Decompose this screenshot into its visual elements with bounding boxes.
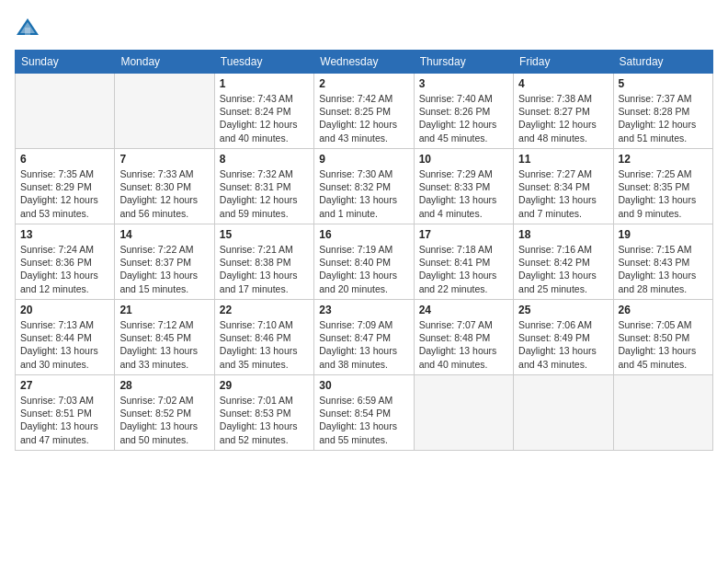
day-info: Sunrise: 7:02 AMSunset: 8:52 PMDaylight:…	[119, 394, 209, 446]
day-info: Sunrise: 7:29 AMSunset: 8:33 PMDaylight:…	[419, 167, 508, 220]
day-info: Sunrise: 7:15 AMSunset: 8:43 PMDaylight:…	[619, 243, 708, 295]
day-info: Sunrise: 7:35 AMSunset: 8:29 PMDaylight:…	[20, 167, 109, 220]
day-number: 18	[518, 228, 608, 241]
day-number: 15	[220, 228, 309, 241]
calendar-day-cell: 21Sunrise: 7:12 AMSunset: 8:45 PMDayligh…	[115, 300, 214, 375]
day-info: Sunrise: 7:24 AMSunset: 8:36 PMDaylight:…	[20, 243, 109, 295]
day-of-week-header: Monday	[115, 51, 214, 74]
calendar-day-cell: 16Sunrise: 7:19 AMSunset: 8:40 PMDayligh…	[314, 224, 414, 300]
day-info: Sunrise: 7:03 AMSunset: 8:51 PMDaylight:…	[20, 394, 109, 446]
day-info: Sunrise: 7:37 AMSunset: 8:28 PMDaylight:…	[619, 92, 708, 144]
calendar-day-cell	[613, 375, 712, 451]
day-info: Sunrise: 7:30 AMSunset: 8:32 PMDaylight:…	[319, 167, 408, 220]
calendar-day-cell: 26Sunrise: 7:05 AMSunset: 8:50 PMDayligh…	[613, 300, 712, 375]
day-number: 8	[220, 153, 309, 166]
calendar-day-cell: 10Sunrise: 7:29 AMSunset: 8:33 PMDayligh…	[414, 149, 513, 224]
day-number: 21	[119, 304, 209, 316]
day-info: Sunrise: 7:06 AMSunset: 8:49 PMDaylight:…	[518, 318, 608, 371]
calendar-week-row: 20Sunrise: 7:13 AMSunset: 8:44 PMDayligh…	[16, 300, 713, 375]
day-info: Sunrise: 7:01 AMSunset: 8:53 PMDaylight:…	[220, 394, 309, 446]
calendar-day-cell	[414, 375, 513, 451]
calendar-day-cell: 9Sunrise: 7:30 AMSunset: 8:32 PMDaylight…	[314, 149, 414, 224]
calendar-day-cell: 30Sunrise: 6:59 AMSunset: 8:54 PMDayligh…	[314, 375, 414, 451]
day-of-week-header: Wednesday	[314, 51, 414, 74]
day-info: Sunrise: 7:40 AMSunset: 8:26 PMDaylight:…	[419, 92, 508, 144]
day-info: Sunrise: 7:27 AMSunset: 8:34 PMDaylight:…	[518, 167, 608, 220]
day-number: 24	[419, 304, 508, 316]
calendar-day-cell: 18Sunrise: 7:16 AMSunset: 8:42 PMDayligh…	[514, 224, 613, 300]
calendar-day-cell	[115, 74, 214, 149]
day-number: 4	[518, 77, 608, 90]
calendar-header-row: SundayMondayTuesdayWednesdayThursdayFrid…	[16, 51, 713, 74]
day-info: Sunrise: 7:09 AMSunset: 8:47 PMDaylight:…	[319, 318, 408, 371]
day-number: 11	[518, 153, 608, 166]
calendar-table: SundayMondayTuesdayWednesdayThursdayFrid…	[15, 50, 713, 451]
day-number: 20	[20, 304, 109, 316]
day-info: Sunrise: 6:59 AMSunset: 8:54 PMDaylight:…	[319, 394, 408, 446]
calendar-day-cell	[514, 375, 613, 451]
calendar-day-cell: 8Sunrise: 7:32 AMSunset: 8:31 PMDaylight…	[214, 149, 313, 224]
day-number: 23	[319, 304, 408, 316]
calendar-day-cell: 11Sunrise: 7:27 AMSunset: 8:34 PMDayligh…	[514, 149, 613, 224]
day-of-week-header: Tuesday	[214, 51, 313, 74]
calendar-day-cell: 14Sunrise: 7:22 AMSunset: 8:37 PMDayligh…	[115, 224, 214, 300]
calendar-day-cell: 4Sunrise: 7:38 AMSunset: 8:27 PMDaylight…	[514, 74, 613, 149]
day-info: Sunrise: 7:13 AMSunset: 8:44 PMDaylight:…	[20, 318, 109, 371]
day-number: 12	[619, 153, 708, 166]
day-info: Sunrise: 7:25 AMSunset: 8:35 PMDaylight:…	[619, 167, 708, 220]
day-number: 17	[419, 228, 508, 241]
calendar-day-cell: 13Sunrise: 7:24 AMSunset: 8:36 PMDayligh…	[16, 224, 115, 300]
day-of-week-header: Sunday	[16, 51, 115, 74]
day-info: Sunrise: 7:05 AMSunset: 8:50 PMDaylight:…	[619, 318, 708, 371]
day-info: Sunrise: 7:33 AMSunset: 8:30 PMDaylight:…	[119, 167, 209, 220]
calendar-week-row: 13Sunrise: 7:24 AMSunset: 8:36 PMDayligh…	[16, 224, 713, 300]
day-number: 25	[518, 304, 608, 316]
day-number: 9	[319, 153, 408, 166]
calendar-day-cell: 15Sunrise: 7:21 AMSunset: 8:38 PMDayligh…	[214, 224, 313, 300]
logo-icon	[15, 15, 40, 40]
page-header	[15, 15, 713, 40]
calendar-day-cell	[16, 74, 115, 149]
calendar-day-cell: 5Sunrise: 7:37 AMSunset: 8:28 PMDaylight…	[613, 74, 712, 149]
day-number: 10	[419, 153, 508, 166]
day-info: Sunrise: 7:16 AMSunset: 8:42 PMDaylight:…	[518, 243, 608, 295]
day-info: Sunrise: 7:19 AMSunset: 8:40 PMDaylight:…	[319, 243, 408, 295]
day-of-week-header: Saturday	[613, 51, 712, 74]
day-info: Sunrise: 7:38 AMSunset: 8:27 PMDaylight:…	[518, 92, 608, 144]
day-info: Sunrise: 7:10 AMSunset: 8:46 PMDaylight:…	[220, 318, 309, 371]
calendar-day-cell: 19Sunrise: 7:15 AMSunset: 8:43 PMDayligh…	[613, 224, 712, 300]
day-info: Sunrise: 7:07 AMSunset: 8:48 PMDaylight:…	[419, 318, 508, 371]
calendar-week-row: 6Sunrise: 7:35 AMSunset: 8:29 PMDaylight…	[16, 149, 713, 224]
day-number: 16	[319, 228, 408, 241]
day-info: Sunrise: 7:43 AMSunset: 8:24 PMDaylight:…	[220, 92, 309, 144]
logo	[15, 15, 44, 40]
calendar-day-cell: 12Sunrise: 7:25 AMSunset: 8:35 PMDayligh…	[613, 149, 712, 224]
calendar-week-row: 1Sunrise: 7:43 AMSunset: 8:24 PMDaylight…	[16, 74, 713, 149]
day-number: 30	[319, 379, 408, 392]
day-number: 22	[220, 304, 309, 316]
day-number: 2	[319, 77, 408, 90]
calendar-day-cell: 28Sunrise: 7:02 AMSunset: 8:52 PMDayligh…	[115, 375, 214, 451]
day-number: 1	[220, 77, 309, 90]
day-info: Sunrise: 7:18 AMSunset: 8:41 PMDaylight:…	[419, 243, 508, 295]
day-number: 14	[119, 228, 209, 241]
day-info: Sunrise: 7:12 AMSunset: 8:45 PMDaylight:…	[119, 318, 209, 371]
day-number: 19	[619, 228, 708, 241]
day-number: 6	[20, 153, 109, 166]
day-number: 13	[20, 228, 109, 241]
calendar-day-cell: 7Sunrise: 7:33 AMSunset: 8:30 PMDaylight…	[115, 149, 214, 224]
day-number: 5	[619, 77, 708, 90]
calendar-day-cell: 20Sunrise: 7:13 AMSunset: 8:44 PMDayligh…	[16, 300, 115, 375]
day-number: 7	[119, 153, 209, 166]
day-of-week-header: Thursday	[414, 51, 513, 74]
calendar-day-cell: 1Sunrise: 7:43 AMSunset: 8:24 PMDaylight…	[214, 74, 313, 149]
calendar-day-cell: 17Sunrise: 7:18 AMSunset: 8:41 PMDayligh…	[414, 224, 513, 300]
day-number: 26	[619, 304, 708, 316]
calendar-day-cell: 27Sunrise: 7:03 AMSunset: 8:51 PMDayligh…	[16, 375, 115, 451]
calendar-day-cell: 23Sunrise: 7:09 AMSunset: 8:47 PMDayligh…	[314, 300, 414, 375]
day-number: 3	[419, 77, 508, 90]
calendar-day-cell: 2Sunrise: 7:42 AMSunset: 8:25 PMDaylight…	[314, 74, 414, 149]
calendar-day-cell: 22Sunrise: 7:10 AMSunset: 8:46 PMDayligh…	[214, 300, 313, 375]
calendar-day-cell: 6Sunrise: 7:35 AMSunset: 8:29 PMDaylight…	[16, 149, 115, 224]
day-number: 27	[20, 379, 109, 392]
